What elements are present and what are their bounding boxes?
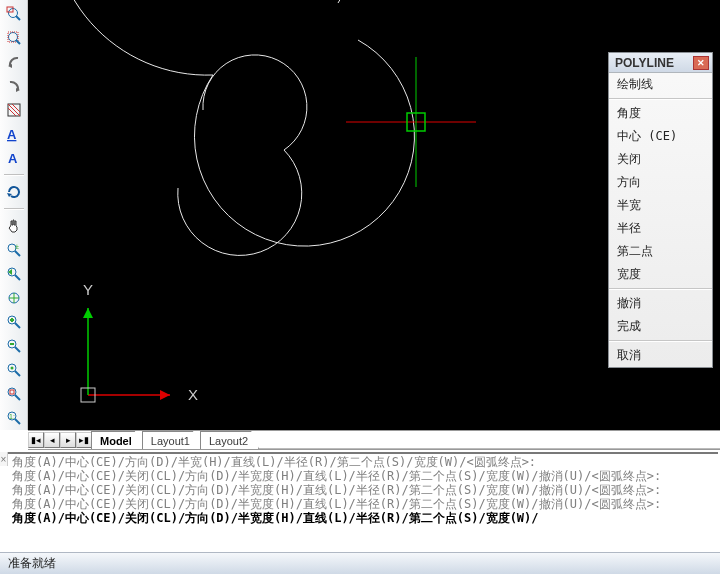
command-history-line: 角度(A)/中心(CE)/关闭(CL)/方向(D)/半宽度(H)/直线(L)/半… [12, 483, 714, 497]
svg-rect-35 [10, 390, 14, 394]
polyline-option[interactable]: 半宽 [609, 194, 712, 217]
zoom-previous-icon[interactable] [3, 263, 25, 285]
polyline-option[interactable]: 完成 [609, 315, 712, 338]
command-line[interactable]: 角度(A)/中心(CE)/方向(D)/半宽(H)/直线(L)/半径(R)/第二个… [8, 452, 718, 542]
svg-point-34 [8, 388, 16, 396]
polyline-option[interactable]: 中心 (CE) [609, 125, 712, 148]
polyline-option[interactable]: 第二点 [609, 240, 712, 263]
svg-line-33 [15, 371, 20, 376]
zoom-center-icon[interactable] [3, 359, 25, 381]
zoom-window-icon[interactable] [3, 3, 25, 25]
svg-text:A: A [8, 151, 18, 166]
svg-line-9 [8, 108, 16, 116]
layout-tabs: ▮◂ ◂ ▸ ▸▮ ModelLayout1Layout2 [28, 430, 720, 450]
hatch-icon[interactable] [3, 99, 25, 121]
tab-layout2[interactable]: Layout2 [200, 431, 259, 449]
svg-line-39 [15, 419, 20, 424]
zoom-realtime-icon[interactable]: ± [3, 239, 25, 261]
polyline-option[interactable]: 撤消 [609, 292, 712, 315]
zoom-out-icon[interactable] [3, 335, 25, 357]
svg-line-30 [15, 347, 20, 352]
svg-line-2 [16, 16, 20, 20]
polyline-option[interactable]: 方向 [609, 171, 712, 194]
svg-line-16 [15, 251, 20, 256]
status-bar: 准备就绪 [0, 552, 720, 574]
refresh-icon[interactable] [3, 181, 25, 203]
svg-point-32 [10, 367, 13, 370]
svg-line-19 [15, 275, 20, 280]
svg-marker-43 [83, 308, 93, 318]
polyline-option[interactable]: 宽度 [609, 263, 712, 286]
svg-line-5 [16, 40, 20, 44]
pan-icon[interactable] [3, 215, 25, 237]
polyline-option-menu[interactable]: POLYLINE ✕ 绘制线角度中心 (CE)关闭方向半宽半径第二点宽度撤消完成… [608, 52, 713, 368]
zoom-all-icon[interactable] [3, 287, 25, 309]
status-text: 准备就绪 [8, 555, 56, 572]
zoom-scale-icon[interactable]: 1: [3, 407, 25, 429]
tab-model[interactable]: Model [91, 431, 143, 449]
svg-line-11 [12, 104, 20, 112]
polyline-option[interactable]: 角度 [609, 102, 712, 125]
svg-line-27 [15, 323, 20, 328]
command-history-line: 角度(A)/中心(CE)/关闭(CL)/方向(D)/半宽度(H)/直线(L)/半… [12, 511, 714, 525]
polyline-option[interactable]: 关闭 [609, 148, 712, 171]
arc-back-icon[interactable] [3, 51, 25, 73]
close-icon[interactable]: ✕ [693, 56, 709, 70]
command-history-line: 角度(A)/中心(CE)/方向(D)/半宽(H)/直线(L)/半径(R)/第二个… [12, 455, 714, 469]
tab-first-icon[interactable]: ▮◂ [28, 432, 44, 448]
svg-marker-41 [160, 390, 170, 400]
svg-text:1:: 1: [9, 413, 15, 420]
tab-prev-icon[interactable]: ◂ [44, 432, 60, 448]
zoom-in-icon[interactable] [3, 311, 25, 333]
polyline-menu-title: POLYLINE [615, 56, 674, 70]
close-cmd-icon[interactable]: × [0, 452, 8, 466]
command-history-line: 角度(A)/中心(CE)/关闭(CL)/方向(D)/半宽度(H)/直线(L)/半… [12, 497, 714, 511]
axis-y-label: Y [83, 281, 93, 298]
zoom-object-icon[interactable] [3, 383, 25, 405]
polyline-option[interactable]: 取消 [609, 344, 712, 367]
polyline-option[interactable]: 绘制线 [609, 73, 712, 96]
command-history-line: 角度(A)/中心(CE)/关闭(CL)/方向(D)/半宽度(H)/直线(L)/半… [12, 469, 714, 483]
text-icon[interactable]: A [3, 147, 25, 169]
tab-layout1[interactable]: Layout1 [142, 431, 201, 449]
tab-last-icon[interactable]: ▸▮ [76, 432, 92, 448]
text-style-icon[interactable]: A [3, 123, 25, 145]
tab-next-icon[interactable]: ▸ [60, 432, 76, 448]
svg-line-36 [15, 395, 20, 400]
polyline-option[interactable]: 半径 [609, 217, 712, 240]
svg-text:A: A [7, 127, 17, 142]
arc-forward-icon[interactable] [3, 75, 25, 97]
axis-x-label: X [188, 386, 198, 403]
svg-text:±: ± [15, 243, 19, 250]
zoom-extent-icon[interactable] [3, 27, 25, 49]
